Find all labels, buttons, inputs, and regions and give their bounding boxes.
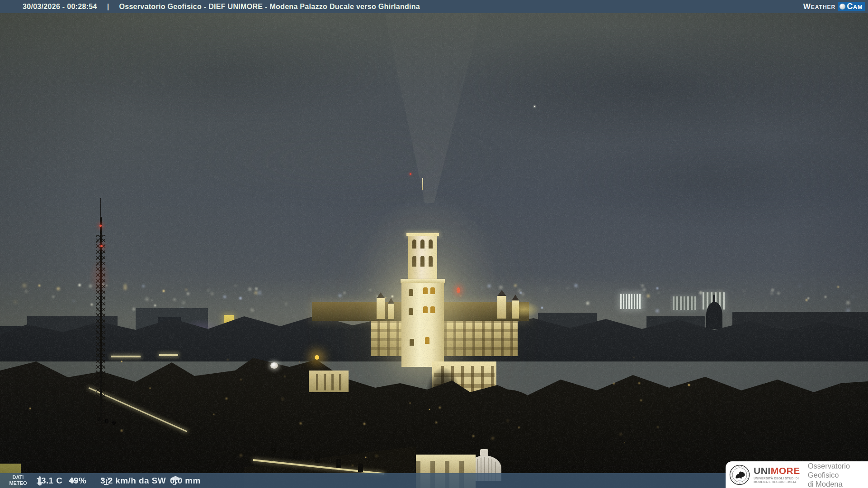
temperature-metric: 13.1 C [36, 473, 43, 488]
weathercam-ball-icon [840, 4, 845, 9]
humidity-metric: 49% [69, 473, 79, 488]
unimore-brand: UNIMORE [754, 466, 800, 475]
rain-metric: 0.0 mm [170, 473, 181, 488]
webcam-frame: 30/03/2026 - 00:28:54 | Osservatorio Geo… [0, 0, 868, 488]
weathercam-cam-label: Cam [847, 2, 863, 11]
weathercam-logo: Weather Cam [803, 1, 865, 12]
weathercam-word: Weather [803, 2, 836, 11]
separator: | [107, 3, 109, 11]
timestamp: 30/03/2026 - 00:28:54 [23, 3, 97, 11]
svg-text:1175: 1175 [738, 479, 741, 481]
credit-divider [804, 468, 804, 482]
wind-value: 3.2 km/h da SW [100, 476, 166, 486]
weathercam-badge: Cam [838, 2, 865, 11]
film-grain-overlay [0, 0, 868, 488]
humidity-value: 49% [69, 476, 86, 486]
unimore-subtitle: UNIVERSITÀ DEGLI STUDI DI MODENA E REGGI… [754, 477, 800, 484]
rain-value: 0.0 mm [170, 476, 201, 486]
unimore-wordmark: UNIMORE UNIVERSITÀ DEGLI STUDI DI MODENA… [754, 466, 800, 484]
dati-meteo-label: DATI METEO [7, 474, 29, 486]
observatory-name: Osservatorio Geofisico di Modena [808, 461, 864, 488]
unimore-credit-box: 1175 UNIMORE UNIVERSITÀ DEGLI STUDI DI M… [726, 461, 868, 488]
page-title: Osservatorio Geofisico - DIEF UNIMORE - … [119, 3, 420, 11]
title-bar: 30/03/2026 - 00:28:54 | Osservatorio Geo… [0, 0, 868, 13]
wind-metric: 3.2 km/h da SW [100, 473, 112, 488]
unimore-seal-logo: 1175 [729, 465, 750, 485]
temperature-value: 13.1 C [36, 476, 62, 486]
